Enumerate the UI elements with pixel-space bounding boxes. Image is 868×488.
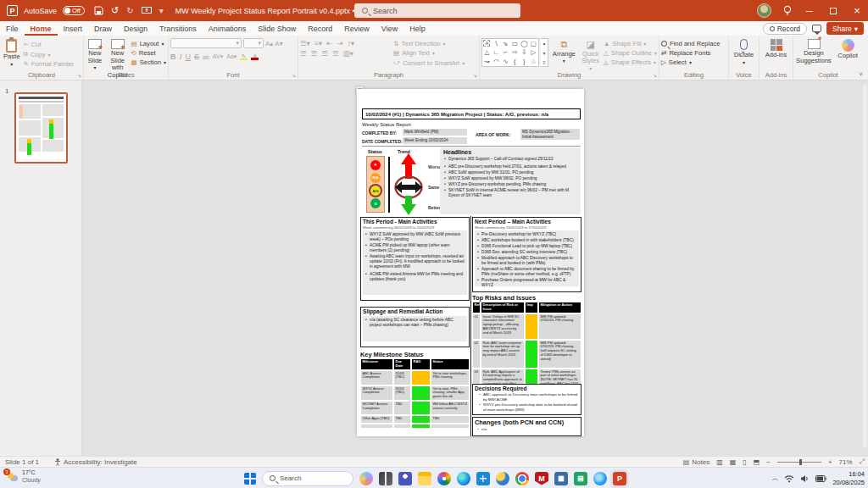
text-box-shape-icon[interactable]: A xyxy=(483,40,490,47)
right-brace-shape-icon[interactable]: } xyxy=(523,58,526,65)
highlight-color-button[interactable]: ✎ xyxy=(240,53,248,61)
reset-button[interactable]: ⟲Reset xyxy=(131,49,166,57)
accessibility-checker[interactable]: Accessibility: Investigate xyxy=(54,458,137,466)
align-right-button[interactable]: ☰ xyxy=(321,49,328,58)
battery-icon[interactable] xyxy=(815,475,826,482)
changes-section[interactable]: Changes (both PCN and CCN) n/a xyxy=(472,417,581,436)
align-center-button[interactable]: ☰ xyxy=(311,49,318,58)
arrow-shape-icon[interactable]: ⇘ xyxy=(503,40,508,47)
change-case-button[interactable]: Aa▾ xyxy=(226,53,236,60)
down-arrow-shape-icon[interactable]: ⇩ xyxy=(521,48,526,56)
gallery-up-icon[interactable]: ▴ xyxy=(543,40,546,46)
tab-file[interactable]: File xyxy=(0,21,25,36)
right-arrow-shape-icon[interactable]: ⇨ xyxy=(512,48,517,56)
quick-access-more-icon[interactable]: ▾ xyxy=(159,6,164,15)
clipboard-dialog-launcher-icon[interactable]: ↘ xyxy=(77,72,81,78)
oval-shape-icon[interactable]: ◯ xyxy=(520,40,527,47)
format-painter-button[interactable]: ✎Format Painter xyxy=(23,60,74,68)
font-color-button[interactable]: A xyxy=(251,53,259,60)
strikethrough-button[interactable]: S xyxy=(194,53,199,61)
normal-view-icon[interactable]: ▥ xyxy=(716,458,723,466)
copilot-taskbar-icon[interactable] xyxy=(359,472,373,485)
font-name-select[interactable]: ▾ xyxy=(170,38,242,48)
notes-button[interactable]: ▤Notes xyxy=(683,458,709,466)
tab-design[interactable]: Design xyxy=(118,21,153,36)
design-suggestions-button[interactable]: Design Suggestions xyxy=(795,38,832,65)
weather-widget[interactable]: 3 17°CCloudy xyxy=(5,469,41,485)
gallery-more-icon[interactable]: ≡ xyxy=(542,60,546,65)
autosave-toggle[interactable]: Off xyxy=(63,6,85,15)
layout-button[interactable]: ▤Layout▾ xyxy=(131,40,166,47)
numbering-button[interactable]: ≡▾ xyxy=(314,39,322,47)
addins-button[interactable]: Add-ins xyxy=(764,38,789,60)
rounded-rectangle-shape-icon[interactable]: ▢ xyxy=(531,40,537,47)
section-button[interactable]: ▦Section▾ xyxy=(131,58,166,66)
shape-fill-button[interactable]: ▲Shape Fill▾ xyxy=(604,40,657,47)
collapse-ribbon-icon[interactable]: ˅ xyxy=(859,70,863,78)
arrange-button[interactable]: ⧉ Arrange ▾ xyxy=(550,38,577,65)
mcafee-icon[interactable]: M xyxy=(535,472,548,485)
gallery-down-icon[interactable]: ▾ xyxy=(543,50,546,56)
decrease-indent-button[interactable]: ⇤ xyxy=(326,39,332,47)
tab-slide-show[interactable]: Slide Show xyxy=(252,21,302,36)
taskbar-search-box[interactable]: Search xyxy=(262,471,353,486)
tray-chevron-icon[interactable]: ︿ xyxy=(771,474,778,483)
save-icon[interactable] xyxy=(94,6,103,15)
tab-insert[interactable]: Insert xyxy=(58,21,89,36)
slide-header-box[interactable]: 10/02/2024 (#1) | Dynamics 365 Migration… xyxy=(362,108,581,119)
shapes-gallery[interactable]: A ∖ ⇘ ▭ ◯ ▢ △ ∟ ⌐ ⇨ ⇩ ▷ ↝ ◠ ∿ { } ☆ xyxy=(481,38,539,67)
shape-outline-button[interactable]: △Shape Outline▾ xyxy=(604,49,657,57)
columns-button[interactable]: ▥▾ xyxy=(343,49,353,58)
increase-font-icon[interactable]: A▴ xyxy=(265,40,273,47)
undo-icon[interactable]: ↺ xyxy=(111,5,119,16)
dictate-button[interactable]: Dictate ▾ xyxy=(732,38,756,67)
tab-review[interactable]: Review xyxy=(338,21,376,36)
reading-view-icon[interactable]: ▯ xyxy=(743,458,746,466)
convert-smartart-button[interactable]: ⤻Convert to SmartArt▾ xyxy=(393,58,465,67)
align-text-button[interactable]: ▤Align Text▾ xyxy=(393,49,465,57)
avatar[interactable] xyxy=(757,3,771,18)
decrease-font-icon[interactable]: A▾ xyxy=(275,40,282,47)
tab-draw[interactable]: Draw xyxy=(88,21,118,36)
drawing-dialog-launcher-icon[interactable]: ↘ xyxy=(653,72,657,78)
skype-icon[interactable] xyxy=(593,472,607,485)
slide-sorter-view-icon[interactable]: ▦ xyxy=(730,458,737,466)
elbow-shape-icon[interactable]: ∟ xyxy=(493,48,499,56)
find-replace-button[interactable]: Find and Replace xyxy=(661,40,721,47)
left-brace-shape-icon[interactable]: { xyxy=(514,58,516,65)
planner-icon[interactable]: ▤ xyxy=(574,472,587,485)
tab-home[interactable]: Home xyxy=(25,21,58,36)
slippage-section[interactable]: Slippage and Remedial Action n/a (awaiti… xyxy=(360,307,470,347)
paste-button[interactable]: Paste ▾ xyxy=(2,38,21,69)
text-direction-button[interactable]: ⇅Text Direction▾ xyxy=(393,40,465,47)
tab-view[interactable]: View xyxy=(376,21,403,36)
new-slide-button[interactable]: New Slide ▾ xyxy=(86,38,104,72)
tab-transitions[interactable]: Transitions xyxy=(153,21,203,36)
wifi-icon[interactable] xyxy=(784,474,794,483)
canvas-scrollbar[interactable] xyxy=(863,84,867,448)
clock[interactable]: 16:04 20/08/2025 xyxy=(832,470,865,487)
arc-shape-icon[interactable]: ◠ xyxy=(493,58,499,65)
zoom-slider[interactable] xyxy=(777,462,821,463)
risks-table[interactable]: Ref Description of Risk or Issue Imp Mit… xyxy=(472,302,581,394)
photos-icon[interactable] xyxy=(437,472,451,485)
titlebar-search-box[interactable]: Search xyxy=(354,3,520,18)
cut-button[interactable]: ✂Cut xyxy=(23,41,74,48)
increase-indent-button[interactable]: ⇥ xyxy=(337,39,342,47)
redo-icon[interactable]: ↻ xyxy=(126,6,133,15)
line-shape-icon[interactable]: ∖ xyxy=(494,40,498,47)
task-view-icon[interactable] xyxy=(379,472,392,485)
character-spacing-button[interactable]: AV▾ xyxy=(213,53,223,60)
zoom-out-button[interactable]: − xyxy=(766,458,771,466)
tab-help[interactable]: Help xyxy=(403,21,431,36)
select-button[interactable]: ▷Select▾ xyxy=(661,58,721,66)
slide[interactable]: 10/02/2024 (#1) | Dynamics 365 Migration… xyxy=(357,89,584,436)
tab-record[interactable]: Record xyxy=(302,21,338,36)
connector-shape-icon[interactable]: ⌐ xyxy=(504,48,507,56)
teams-icon[interactable] xyxy=(398,472,412,485)
paragraph-dialog-launcher-icon[interactable]: ↘ xyxy=(473,72,477,78)
start-button[interactable] xyxy=(244,473,256,485)
zoom-in-button[interactable]: + xyxy=(828,458,832,466)
minimize-button[interactable]: ─ xyxy=(804,6,815,16)
get-started-icon[interactable] xyxy=(496,472,509,485)
